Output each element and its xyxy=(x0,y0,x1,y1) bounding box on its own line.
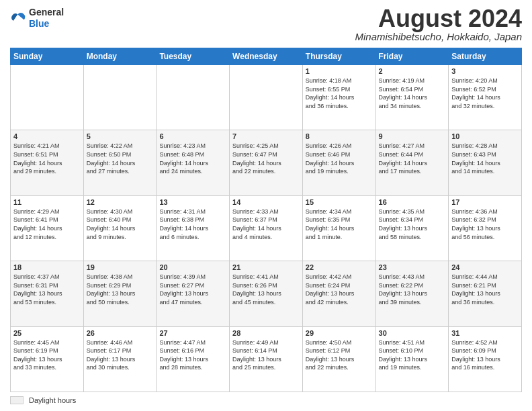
header-monday: Monday xyxy=(83,48,157,65)
day-cell: 23Sunrise: 4:43 AM Sunset: 6:22 PM Dayli… xyxy=(375,261,449,326)
day-number: 4 xyxy=(13,132,81,140)
day-cell: 25Sunrise: 4:45 AM Sunset: 6:19 PM Dayli… xyxy=(11,326,84,392)
day-number: 5 xyxy=(87,132,154,140)
day-cell: 6Sunrise: 4:23 AM Sunset: 6:48 PM Daylig… xyxy=(157,130,230,195)
day-number: 25 xyxy=(13,329,81,337)
day-cell: 10Sunrise: 4:28 AM Sunset: 6:43 PM Dayli… xyxy=(449,130,522,195)
day-number: 15 xyxy=(306,198,373,206)
day-number: 21 xyxy=(232,263,300,271)
day-info: Sunrise: 4:49 AM Sunset: 6:14 PM Dayligh… xyxy=(232,338,300,372)
day-cell: 20Sunrise: 4:39 AM Sunset: 6:27 PM Dayli… xyxy=(157,261,230,326)
day-cell: 24Sunrise: 4:44 AM Sunset: 6:21 PM Dayli… xyxy=(449,261,522,326)
day-info: Sunrise: 4:44 AM Sunset: 6:21 PM Dayligh… xyxy=(451,273,519,306)
day-info: Sunrise: 4:29 AM Sunset: 6:41 PM Dayligh… xyxy=(13,208,81,241)
day-cell: 21Sunrise: 4:41 AM Sunset: 6:26 PM Dayli… xyxy=(230,261,303,326)
day-cell: 3Sunrise: 4:20 AM Sunset: 6:52 PM Daylig… xyxy=(449,65,522,130)
legend-box xyxy=(10,396,24,404)
day-number: 26 xyxy=(87,329,154,337)
day-info: Sunrise: 4:45 AM Sunset: 6:19 PM Dayligh… xyxy=(13,338,81,372)
week-row-4: 25Sunrise: 4:45 AM Sunset: 6:19 PM Dayli… xyxy=(11,326,522,392)
day-info: Sunrise: 4:46 AM Sunset: 6:17 PM Dayligh… xyxy=(87,338,154,372)
day-cell: 31Sunrise: 4:52 AM Sunset: 6:09 PM Dayli… xyxy=(449,326,522,392)
logo-text: General Blue xyxy=(29,7,64,30)
day-number: 12 xyxy=(87,198,154,206)
day-info: Sunrise: 4:27 AM Sunset: 6:44 PM Dayligh… xyxy=(379,142,446,175)
day-number: 30 xyxy=(379,329,446,337)
day-info: Sunrise: 4:36 AM Sunset: 6:32 PM Dayligh… xyxy=(451,208,519,241)
day-number: 19 xyxy=(87,263,154,271)
day-info: Sunrise: 4:33 AM Sunset: 6:37 PM Dayligh… xyxy=(232,208,300,241)
day-cell: 7Sunrise: 4:25 AM Sunset: 6:47 PM Daylig… xyxy=(230,130,303,195)
day-info: Sunrise: 4:50 AM Sunset: 6:12 PM Dayligh… xyxy=(306,338,373,372)
day-cell: 22Sunrise: 4:42 AM Sunset: 6:24 PM Dayli… xyxy=(302,261,375,326)
day-number: 17 xyxy=(451,198,519,206)
title-section: August 2024 Minamishibetsucho, Hokkaido,… xyxy=(355,7,522,42)
header: General Blue August 2024 Minamishibetsuc… xyxy=(10,7,522,42)
day-number: 9 xyxy=(379,132,446,140)
day-info: Sunrise: 4:28 AM Sunset: 6:43 PM Dayligh… xyxy=(451,142,519,175)
day-info: Sunrise: 4:23 AM Sunset: 6:48 PM Dayligh… xyxy=(159,142,226,175)
location: Minamishibetsucho, Hokkaido, Japan xyxy=(355,31,522,42)
day-info: Sunrise: 4:51 AM Sunset: 6:10 PM Dayligh… xyxy=(379,338,446,372)
day-number: 29 xyxy=(306,329,373,337)
month-title: August 2024 xyxy=(355,7,522,31)
day-cell xyxy=(11,65,84,130)
day-cell: 13Sunrise: 4:31 AM Sunset: 6:38 PM Dayli… xyxy=(157,195,230,261)
day-cell: 27Sunrise: 4:47 AM Sunset: 6:16 PM Dayli… xyxy=(157,326,230,392)
day-number: 14 xyxy=(232,198,300,206)
day-number: 20 xyxy=(159,263,226,271)
day-number: 6 xyxy=(159,132,226,140)
day-cell xyxy=(83,65,157,130)
week-row-2: 11Sunrise: 4:29 AM Sunset: 6:41 PM Dayli… xyxy=(11,195,522,261)
day-number: 27 xyxy=(159,329,226,337)
day-cell: 2Sunrise: 4:19 AM Sunset: 6:54 PM Daylig… xyxy=(375,65,449,130)
day-cell: 29Sunrise: 4:50 AM Sunset: 6:12 PM Dayli… xyxy=(302,326,375,392)
day-cell: 18Sunrise: 4:37 AM Sunset: 6:31 PM Dayli… xyxy=(11,261,84,326)
day-info: Sunrise: 4:21 AM Sunset: 6:51 PM Dayligh… xyxy=(13,142,81,175)
logo: General Blue xyxy=(10,7,64,30)
day-cell: 12Sunrise: 4:30 AM Sunset: 6:40 PM Dayli… xyxy=(83,195,157,261)
day-number: 18 xyxy=(13,263,81,271)
day-cell: 19Sunrise: 4:38 AM Sunset: 6:29 PM Dayli… xyxy=(83,261,157,326)
header-friday: Friday xyxy=(375,48,449,65)
day-info: Sunrise: 4:34 AM Sunset: 6:35 PM Dayligh… xyxy=(306,208,373,241)
day-info: Sunrise: 4:18 AM Sunset: 6:55 PM Dayligh… xyxy=(306,77,373,110)
day-info: Sunrise: 4:39 AM Sunset: 6:27 PM Dayligh… xyxy=(159,273,226,306)
day-number: 3 xyxy=(451,67,519,75)
page: General Blue August 2024 Minamishibetsuc… xyxy=(0,0,532,411)
day-cell: 16Sunrise: 4:35 AM Sunset: 6:34 PM Dayli… xyxy=(375,195,449,261)
day-number: 24 xyxy=(451,263,519,271)
header-thursday: Thursday xyxy=(302,48,375,65)
day-cell: 4Sunrise: 4:21 AM Sunset: 6:51 PM Daylig… xyxy=(11,130,84,195)
week-row-0: 1Sunrise: 4:18 AM Sunset: 6:55 PM Daylig… xyxy=(11,65,522,130)
day-cell: 11Sunrise: 4:29 AM Sunset: 6:41 PM Dayli… xyxy=(11,195,84,261)
day-info: Sunrise: 4:26 AM Sunset: 6:46 PM Dayligh… xyxy=(306,142,373,175)
day-cell: 5Sunrise: 4:22 AM Sunset: 6:50 PM Daylig… xyxy=(83,130,157,195)
day-info: Sunrise: 4:20 AM Sunset: 6:52 PM Dayligh… xyxy=(451,77,519,110)
day-info: Sunrise: 4:42 AM Sunset: 6:24 PM Dayligh… xyxy=(306,273,373,306)
logo-blue: Blue xyxy=(29,18,64,30)
logo-icon xyxy=(10,10,26,26)
day-cell: 1Sunrise: 4:18 AM Sunset: 6:55 PM Daylig… xyxy=(302,65,375,130)
day-cell: 9Sunrise: 4:27 AM Sunset: 6:44 PM Daylig… xyxy=(375,130,449,195)
day-cell: 8Sunrise: 4:26 AM Sunset: 6:46 PM Daylig… xyxy=(302,130,375,195)
day-info: Sunrise: 4:25 AM Sunset: 6:47 PM Dayligh… xyxy=(232,142,300,175)
day-cell: 17Sunrise: 4:36 AM Sunset: 6:32 PM Dayli… xyxy=(449,195,522,261)
day-info: Sunrise: 4:31 AM Sunset: 6:38 PM Dayligh… xyxy=(159,208,226,241)
day-info: Sunrise: 4:52 AM Sunset: 6:09 PM Dayligh… xyxy=(451,338,519,372)
day-cell: 26Sunrise: 4:46 AM Sunset: 6:17 PM Dayli… xyxy=(83,326,157,392)
footer: Daylight hours xyxy=(10,396,522,404)
day-number: 22 xyxy=(306,263,373,271)
day-cell: 28Sunrise: 4:49 AM Sunset: 6:14 PM Dayli… xyxy=(230,326,303,392)
day-info: Sunrise: 4:35 AM Sunset: 6:34 PM Dayligh… xyxy=(379,208,446,241)
day-number: 16 xyxy=(379,198,446,206)
day-number: 23 xyxy=(379,263,446,271)
day-cell xyxy=(157,65,230,130)
day-cell: 15Sunrise: 4:34 AM Sunset: 6:35 PM Dayli… xyxy=(302,195,375,261)
week-row-1: 4Sunrise: 4:21 AM Sunset: 6:51 PM Daylig… xyxy=(11,130,522,195)
calendar-table: SundayMondayTuesdayWednesdayThursdayFrid… xyxy=(10,48,522,392)
day-info: Sunrise: 4:41 AM Sunset: 6:26 PM Dayligh… xyxy=(232,273,300,306)
day-number: 11 xyxy=(13,198,81,206)
header-saturday: Saturday xyxy=(449,48,522,65)
day-number: 10 xyxy=(451,132,519,140)
